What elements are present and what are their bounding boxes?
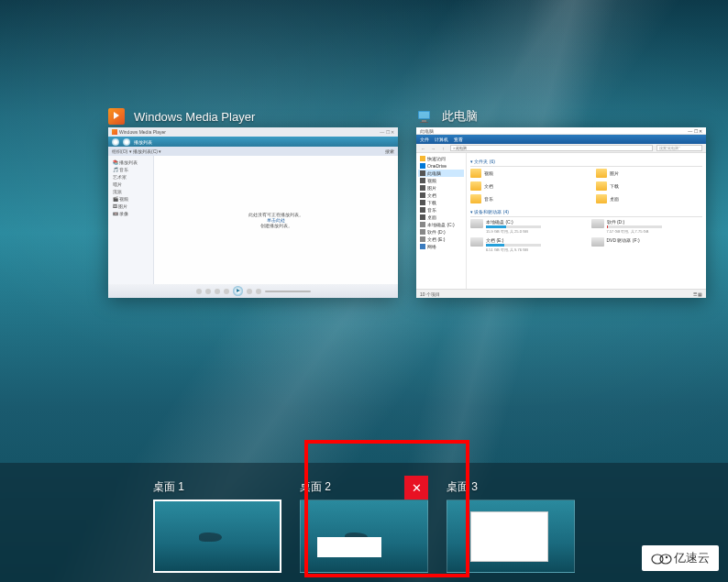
sidebar-item[interactable]: 文档 [418, 192, 464, 199]
desktop-thumbnail[interactable] [447, 500, 575, 573]
drive-sub: 6.51 GB 可用, 共 9.76 GB [486, 247, 582, 252]
drive-item[interactable]: 本地磁盘 (C:)15.9 GB 可用, 共 25.0 GB [470, 219, 582, 234]
wmp-content: 此处没有可正在播放列表。 单击此处 创建播放列表。 [154, 156, 398, 284]
sidebar-item[interactable]: OneDrive [418, 162, 464, 170]
stop-button[interactable] [215, 289, 220, 294]
wmp-titlebar-text: Windows Media Player [119, 129, 166, 135]
toolbar-left[interactable]: 组织(O) ▾ 播放列表(C) ▾ [112, 148, 161, 154]
folder-item[interactable]: 文档 [470, 181, 578, 191]
view-buttons[interactable]: ☰ ▦ [693, 291, 702, 297]
folder-icon [420, 207, 425, 213]
mute-button[interactable] [256, 289, 261, 294]
sidebar-item[interactable]: 🎬 视频 [111, 195, 150, 203]
sidebar-item[interactable]: 艺术家 [111, 173, 150, 181]
drive-label: 软件 (D:) [607, 219, 703, 225]
folder-label: 图片 [610, 170, 619, 176]
folder-item[interactable]: 视频 [470, 169, 578, 178]
sidebar-label: OneDrive [427, 163, 447, 169]
folder-label: 音乐 [484, 196, 493, 202]
folders-header[interactable]: ▾ 文件夹 (6) [470, 157, 702, 167]
drive-sub: 15.9 GB 可用, 共 25.0 GB [486, 229, 582, 234]
drive-label: 本地磁盘 (C:) [486, 219, 582, 225]
sidebar-item[interactable]: 🎵 音乐 [111, 166, 150, 173]
sidebar-item[interactable]: 快速访问 [418, 155, 464, 162]
folder-label: 视频 [484, 170, 493, 176]
drive-item[interactable]: DVD 驱动器 (F:) [591, 237, 703, 252]
forward-button[interactable]: → [430, 145, 436, 151]
desktop-label: 桌面 2 [300, 479, 331, 495]
desktop-item[interactable]: 桌面 3 [447, 479, 575, 573]
folder-icon [420, 244, 425, 249]
search-field[interactable]: 搜索"此电脑" [656, 145, 702, 151]
sidebar-item[interactable]: 此电脑 [418, 170, 464, 177]
drive-sub: 7.57 GB 可用, 共 7.75 GB [607, 229, 703, 234]
back-button[interactable]: ← [420, 145, 426, 151]
sidebar-item[interactable]: 音乐 [418, 206, 464, 214]
folder-icon [596, 181, 607, 191]
svg-point-6 [666, 556, 667, 558]
drive-icon [591, 237, 604, 247]
sidebar-item[interactable]: 流派 [111, 188, 150, 195]
sidebar-item[interactable]: 文档 (E:) [418, 236, 464, 243]
wmp-preview[interactable]: Windows Media Player — ☐ ✕ 播放列表 组织(O) ▾ … [108, 127, 398, 298]
play-button[interactable] [233, 286, 243, 296]
prev-button[interactable] [224, 289, 229, 294]
svg-point-5 [660, 555, 671, 564]
volume-slider[interactable] [265, 291, 311, 292]
sidebar-item[interactable]: 网络 [418, 243, 464, 250]
desktop-label: 桌面 1 [153, 479, 184, 495]
shuffle-button[interactable] [196, 289, 202, 294]
toolbar-search[interactable]: 搜索 [385, 148, 394, 154]
sidebar-item[interactable]: 📼 录像 [111, 210, 150, 217]
sidebar-item[interactable]: 下载 [418, 199, 464, 206]
sidebar-label: 快速访问 [427, 156, 446, 161]
titlebar-text: 此电脑 [420, 128, 434, 134]
desktop-thumbnail[interactable] [300, 500, 428, 573]
back-button[interactable] [112, 138, 119, 146]
sidebar-item[interactable]: 本地磁盘 (C:) [418, 221, 464, 228]
folder-icon [420, 185, 425, 191]
ribbon-tab-view[interactable]: 查看 [454, 137, 463, 142]
desktop-item[interactable]: 桌面 2✕ [300, 479, 428, 573]
next-button[interactable] [247, 289, 252, 294]
ribbon-tab-file[interactable]: 文件 [420, 137, 429, 142]
folder-label: 文档 [484, 183, 493, 189]
sidebar-item[interactable]: 🖼 图片 [111, 203, 150, 210]
explorer-ribbon: 文件 计算机 查看 [416, 135, 706, 144]
folder-item[interactable]: 桌面 [596, 194, 703, 203]
virtual-desktop-strip: 桌面 1桌面 2✕桌面 3 [0, 463, 728, 582]
up-button[interactable]: ↑ [440, 145, 447, 151]
folder-item[interactable]: 音乐 [470, 194, 578, 203]
pc-icon [416, 108, 433, 125]
desktop-thumbnail[interactable] [153, 500, 281, 573]
sidebar-item[interactable]: 图片 [418, 184, 464, 192]
sidebar-item[interactable]: 唱片 [111, 181, 150, 188]
wmp-icon [108, 108, 125, 125]
desktop-item[interactable]: 桌面 1 [153, 479, 281, 573]
sidebar-label: 网络 [427, 244, 436, 249]
folder-item[interactable]: 图片 [596, 169, 703, 178]
task-window-wmp[interactable]: Windows Media Player Windows Media Playe… [108, 108, 398, 298]
wmp-player-controls [108, 284, 398, 298]
repeat-button[interactable] [205, 289, 211, 294]
sidebar-item[interactable]: 📚 播放列表 [111, 159, 150, 166]
sidebar-label: 软件 (D:) [427, 229, 446, 235]
folder-label: 下载 [610, 183, 619, 189]
drive-item[interactable]: 软件 (D:)7.57 GB 可用, 共 7.75 GB [591, 219, 703, 234]
window-controls[interactable]: — ☐ ✕ [688, 128, 702, 134]
explorer-preview[interactable]: 此电脑 — ☐ ✕ 文件 计算机 查看 ← → ↑ > 此电脑 搜索"此电脑" … [416, 127, 706, 298]
task-window-explorer[interactable]: 此电脑 此电脑 — ☐ ✕ 文件 计算机 查看 ← → ↑ > 此电脑 搜索"此… [416, 108, 706, 298]
folder-item[interactable]: 下载 [596, 181, 703, 191]
close-desktop-button[interactable]: ✕ [404, 476, 428, 500]
explorer-statusbar: 10 个项目 ☰ ▦ [416, 289, 706, 298]
address-field[interactable]: > 此电脑 [450, 145, 653, 151]
sidebar-item[interactable]: 桌面 [418, 214, 464, 221]
drives-header[interactable]: ▾ 设备和驱动器 (4) [470, 207, 702, 217]
window-header: 此电脑 [416, 108, 706, 125]
forward-button[interactable] [123, 138, 130, 146]
ribbon-tab-computer[interactable]: 计算机 [435, 137, 448, 142]
drive-item[interactable]: 文档 (E:)6.51 GB 可用, 共 9.76 GB [470, 237, 582, 252]
window-controls[interactable]: — ☐ ✕ [380, 129, 394, 135]
sidebar-item[interactable]: 软件 (D:) [418, 228, 464, 236]
sidebar-item[interactable]: 视频 [418, 177, 464, 184]
